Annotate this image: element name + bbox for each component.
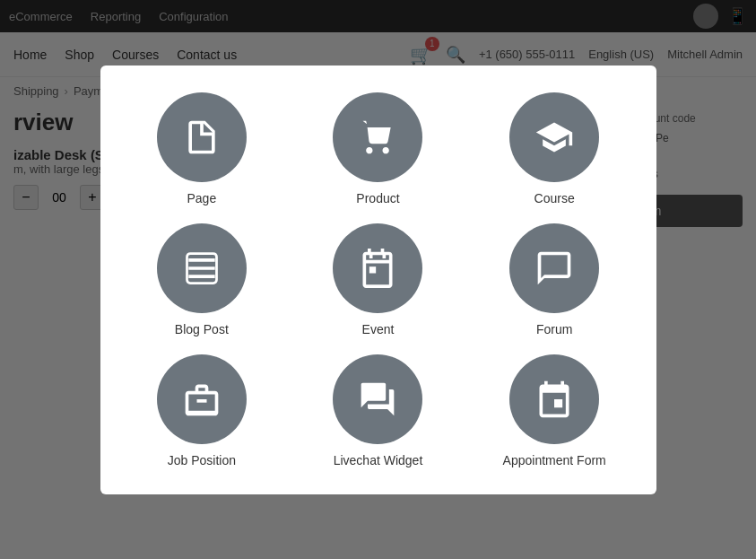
forum-label: Forum	[536, 322, 572, 336]
event-label: Event	[362, 322, 395, 336]
livechat-label: Livechat Widget	[334, 453, 423, 467]
widget-type-modal: Page Product Course	[100, 66, 656, 494]
course-icon	[534, 118, 574, 157]
livechat-icon-circle	[333, 354, 422, 444]
forum-icon-circle	[509, 223, 599, 313]
blog-label: Blog Post	[175, 322, 229, 336]
modal-item-event[interactable]: Event	[299, 223, 457, 336]
page-icon	[182, 118, 222, 157]
svg-rect-2	[196, 399, 206, 403]
blog-icon-circle	[157, 223, 247, 313]
livechat-icon	[358, 380, 397, 419]
event-icon-circle	[333, 223, 422, 313]
appointment-label: Appointment Form	[503, 453, 606, 467]
job-label: Job Position	[168, 453, 236, 467]
modal-item-page[interactable]: Page	[123, 92, 282, 205]
modal-item-forum[interactable]: Forum	[475, 223, 634, 336]
page-icon-circle	[157, 92, 247, 182]
course-label: Course	[534, 191, 575, 205]
modal-item-course[interactable]: Course	[475, 92, 634, 205]
blog-icon	[182, 249, 222, 288]
product-icon-circle	[333, 92, 422, 182]
svg-rect-1	[369, 266, 376, 273]
modal-item-livechat[interactable]: Livechat Widget	[299, 354, 457, 467]
course-icon-circle	[509, 92, 599, 182]
event-icon	[358, 249, 397, 288]
modal-item-blog-post[interactable]: Blog Post	[123, 223, 282, 336]
appointment-icon	[534, 380, 574, 419]
product-label: Product	[356, 191, 399, 205]
page-label: Page	[187, 191, 216, 205]
appointment-icon-circle	[509, 354, 599, 444]
modal-item-job-position[interactable]: Job Position	[123, 354, 282, 467]
job-icon	[182, 380, 222, 419]
forum-icon	[534, 249, 574, 288]
modal-item-appointment[interactable]: Appointment Form	[475, 354, 634, 467]
cart-icon	[358, 118, 397, 157]
job-icon-circle	[157, 354, 247, 444]
modal-grid: Page Product Course	[123, 92, 634, 467]
modal-item-product[interactable]: Product	[299, 92, 457, 205]
